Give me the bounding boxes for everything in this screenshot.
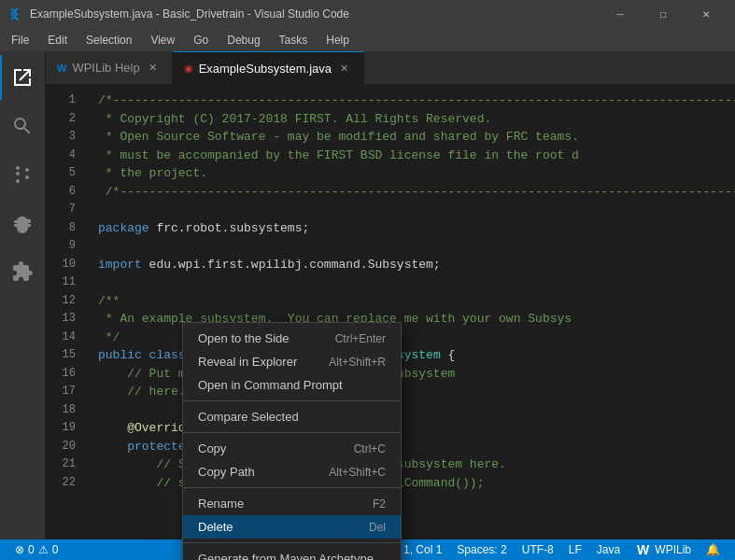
ctx-copy-shortcut: Ctrl+C xyxy=(354,442,386,455)
close-button[interactable]: ✕ xyxy=(685,0,728,28)
ctx-open-to-side-label: Open to the Side xyxy=(198,331,290,345)
menu-tasks[interactable]: Tasks xyxy=(272,32,316,49)
tab-bar: W WPILib Help ✕ ◉ ExampleSubsystem.java … xyxy=(46,51,735,84)
ctx-separator-2 xyxy=(183,432,401,433)
ctx-rename[interactable]: Rename F2 xyxy=(183,492,401,515)
ctx-separator-1 xyxy=(183,400,401,401)
ctx-separator-3 xyxy=(183,487,401,488)
line-num-4: 4 xyxy=(46,147,76,165)
ctx-copy-path[interactable]: Copy Path Alt+Shift+C xyxy=(183,460,401,483)
ctx-generate-from-maven-label: Generate from Maven Archetype xyxy=(198,552,374,560)
line-num-17: 17 xyxy=(46,383,76,401)
activity-explorer[interactable] xyxy=(0,55,45,100)
error-icon: ⊗ xyxy=(15,543,24,556)
line-num-9: 9 xyxy=(46,237,76,256)
menu-view[interactable]: View xyxy=(143,32,182,49)
code-line-2: * Copyright (C) 2017-2018 FIRST. All Rig… xyxy=(98,110,735,129)
status-errors[interactable]: ⊗ 0 ⚠ 0 xyxy=(7,543,65,556)
line-num-10: 10 xyxy=(46,256,76,274)
line-num-14: 14 xyxy=(46,329,76,347)
ctx-separator-4 xyxy=(183,542,401,543)
context-menu: Open to the Side Ctrl+Enter Reveal in Ex… xyxy=(182,322,402,560)
menu-help[interactable]: Help xyxy=(318,32,357,49)
activity-extensions[interactable] xyxy=(0,249,45,294)
ctx-generate-from-maven[interactable]: Generate from Maven Archetype xyxy=(183,547,401,560)
line-num-12: 12 xyxy=(46,292,76,311)
ctx-rename-label: Rename xyxy=(198,497,244,511)
line-num-16: 16 xyxy=(46,365,76,384)
ctx-delete[interactable]: Delete Del xyxy=(183,515,401,539)
line-num-3: 3 xyxy=(46,128,76,147)
maximize-button[interactable]: □ xyxy=(642,0,685,28)
code-line-9 xyxy=(98,237,735,256)
status-bell[interactable]: 🔔 xyxy=(699,543,728,556)
tab-wpilib-label: WPILib Help xyxy=(72,61,139,75)
tab-example-subsystem-close[interactable]: ✕ xyxy=(337,61,352,76)
code-line-1: /*--------------------------------------… xyxy=(98,91,735,110)
ctx-compare-selected[interactable]: Compare Selected xyxy=(183,405,401,428)
line-num-13: 13 xyxy=(46,310,76,329)
ctx-reveal-in-explorer-shortcut: Alt+Shift+R xyxy=(329,356,386,369)
status-language[interactable]: Java xyxy=(589,543,628,556)
code-area[interactable]: /*--------------------------------------… xyxy=(83,84,735,539)
activity-source-control[interactable] xyxy=(0,152,45,197)
tab-wpilib[interactable]: W WPILib Help ✕ xyxy=(46,51,173,84)
title-bar: ExampleSubsystem.java - Basic_Drivetrain… xyxy=(0,0,735,28)
code-line-7 xyxy=(98,201,735,219)
line-num-22: 22 xyxy=(46,474,76,493)
line-num-8: 8 xyxy=(46,219,76,238)
line-ending-text: LF xyxy=(569,543,582,556)
title-bar-left: ExampleSubsystem.java - Basic_Drivetrain… xyxy=(7,7,349,21)
warning-count: 0 xyxy=(52,543,59,556)
line-num-6: 6 xyxy=(46,183,76,202)
ctx-delete-shortcut: Del xyxy=(369,521,386,534)
tab-wpilib-close[interactable]: ✕ xyxy=(146,61,161,76)
line-num-7: 7 xyxy=(46,201,76,219)
code-line-12: /** xyxy=(98,292,735,311)
minimize-button[interactable]: ─ xyxy=(599,0,642,28)
ctx-reveal-in-explorer[interactable]: Reveal in Explorer Alt+Shift+R xyxy=(183,350,401,373)
code-line-6: /*--------------------------------------… xyxy=(98,183,735,202)
ctx-reveal-in-explorer-label: Reveal in Explorer xyxy=(198,355,297,369)
wpilib-status-text: WPILib xyxy=(655,543,691,556)
menu-debug[interactable]: Debug xyxy=(219,32,267,49)
ctx-open-in-command-prompt[interactable]: Open in Command Prompt xyxy=(183,373,401,397)
spaces-text: Spaces: 2 xyxy=(457,543,506,556)
line-num-21: 21 xyxy=(46,455,76,474)
status-spaces[interactable]: Spaces: 2 xyxy=(449,543,514,556)
line-num-11: 11 xyxy=(46,273,76,292)
activity-search[interactable] xyxy=(0,104,45,148)
menu-file[interactable]: File xyxy=(4,32,36,49)
ctx-copy[interactable]: Copy Ctrl+C xyxy=(183,437,401,460)
status-wpilib[interactable]: W WPILib xyxy=(628,542,699,557)
ctx-compare-selected-label: Compare Selected xyxy=(198,410,299,424)
status-right: Ln 1, Col 1 Spaces: 2 UTF-8 LF Java W WP… xyxy=(380,542,728,557)
status-line-ending[interactable]: LF xyxy=(561,543,589,556)
menu-selection[interactable]: Selection xyxy=(78,32,139,49)
language-text: Java xyxy=(597,543,620,556)
status-encoding[interactable]: UTF-8 xyxy=(515,543,561,556)
wpilib-tab-icon: W xyxy=(57,63,66,74)
code-line-10: import edu.wpi.first.wpilibj.command.Sub… xyxy=(98,256,735,274)
vscode-icon xyxy=(7,7,22,21)
menu-edit[interactable]: Edit xyxy=(40,32,75,49)
menu-go[interactable]: Go xyxy=(186,32,216,49)
code-line-8: package frc.robot.subsystems; xyxy=(98,219,735,238)
tab-example-subsystem-label: ExampleSubsystem.java xyxy=(199,62,332,76)
tab-example-subsystem[interactable]: ◉ ExampleSubsystem.java ✕ xyxy=(173,51,364,84)
ctx-open-to-side[interactable]: Open to the Side Ctrl+Enter xyxy=(183,327,401,350)
encoding-text: UTF-8 xyxy=(522,543,554,556)
activity-debug[interactable] xyxy=(0,201,45,245)
status-left: ⊗ 0 ⚠ 0 xyxy=(7,543,65,556)
example-subsystem-tab-icon: ◉ xyxy=(184,63,193,75)
error-count: 0 xyxy=(28,543,35,556)
line-num-15: 15 xyxy=(46,346,76,365)
menu-bar: File Edit Selection View Go Debug Tasks … xyxy=(0,28,735,51)
line-num-20: 20 xyxy=(46,438,76,456)
ctx-copy-path-label: Copy Path xyxy=(198,465,255,479)
line-num-19: 19 xyxy=(46,419,76,438)
ctx-rename-shortcut: F2 xyxy=(373,497,386,511)
line-num-2: 2 xyxy=(46,110,76,129)
line-num-5: 5 xyxy=(46,164,76,183)
ctx-copy-path-shortcut: Alt+Shift+C xyxy=(329,466,386,479)
